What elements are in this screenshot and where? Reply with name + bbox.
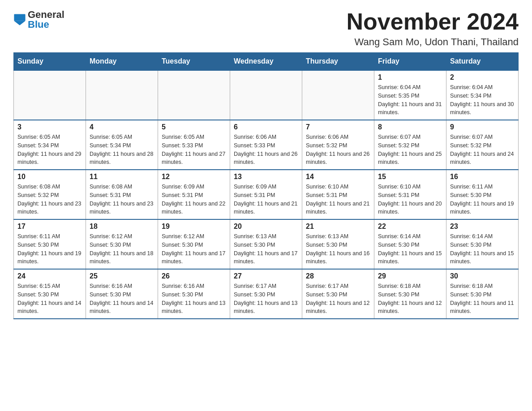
day-info: Sunrise: 6:09 AMSunset: 5:31 PMDaylight:…	[234, 183, 298, 216]
day-number: 11	[90, 173, 154, 181]
logo-icon	[13, 13, 26, 26]
location-subtitle: Wang Sam Mo, Udon Thani, Thailand	[347, 36, 519, 48]
calendar-week-5: 24Sunrise: 6:15 AMSunset: 5:30 PMDayligh…	[14, 269, 519, 319]
svg-rect-0	[14, 14, 25, 21]
calendar-week-3: 10Sunrise: 6:08 AMSunset: 5:32 PMDayligh…	[14, 170, 519, 219]
day-number: 6	[234, 123, 298, 131]
calendar-cell: 2Sunrise: 6:04 AMSunset: 5:34 PMDaylight…	[446, 70, 519, 120]
day-info: Sunrise: 6:10 AMSunset: 5:31 PMDaylight:…	[306, 183, 370, 216]
calendar-cell: 23Sunrise: 6:14 AMSunset: 5:30 PMDayligh…	[446, 219, 519, 269]
day-number: 1	[378, 73, 442, 81]
day-number: 19	[162, 223, 226, 231]
calendar-cell: 16Sunrise: 6:11 AMSunset: 5:30 PMDayligh…	[446, 170, 519, 219]
calendar-cell: 24Sunrise: 6:15 AMSunset: 5:30 PMDayligh…	[14, 269, 86, 319]
day-number: 27	[234, 272, 298, 280]
calendar-cell: 4Sunrise: 6:05 AMSunset: 5:34 PMDaylight…	[86, 120, 158, 170]
day-info: Sunrise: 6:10 AMSunset: 5:31 PMDaylight:…	[378, 183, 442, 216]
day-info: Sunrise: 6:12 AMSunset: 5:30 PMDaylight:…	[162, 232, 226, 266]
calendar-cell: 8Sunrise: 6:07 AMSunset: 5:32 PMDaylight…	[374, 120, 446, 170]
calendar-cell: 1Sunrise: 6:04 AMSunset: 5:35 PMDaylight…	[374, 70, 446, 120]
calendar-week-1: 1Sunrise: 6:04 AMSunset: 5:35 PMDaylight…	[14, 70, 519, 120]
day-info: Sunrise: 6:06 AMSunset: 5:33 PMDaylight:…	[234, 133, 298, 167]
day-info: Sunrise: 6:15 AMSunset: 5:30 PMDaylight:…	[17, 282, 82, 316]
day-info: Sunrise: 6:08 AMSunset: 5:32 PMDaylight:…	[17, 183, 82, 216]
calendar-cell: 10Sunrise: 6:08 AMSunset: 5:32 PMDayligh…	[14, 170, 86, 219]
calendar-header-row: SundayMondayTuesdayWednesdayThursdayFrid…	[14, 53, 519, 71]
day-info: Sunrise: 6:12 AMSunset: 5:30 PMDaylight:…	[90, 232, 154, 266]
calendar-cell: 7Sunrise: 6:06 AMSunset: 5:32 PMDaylight…	[302, 120, 374, 170]
calendar-cell: 18Sunrise: 6:12 AMSunset: 5:30 PMDayligh…	[86, 219, 158, 269]
day-info: Sunrise: 6:17 AMSunset: 5:30 PMDaylight:…	[306, 282, 370, 316]
day-info: Sunrise: 6:04 AMSunset: 5:35 PMDaylight:…	[378, 83, 442, 117]
calendar-cell: 27Sunrise: 6:17 AMSunset: 5:30 PMDayligh…	[230, 269, 302, 319]
day-info: Sunrise: 6:04 AMSunset: 5:34 PMDaylight:…	[450, 83, 515, 117]
calendar-cell: 12Sunrise: 6:09 AMSunset: 5:31 PMDayligh…	[158, 170, 230, 219]
day-info: Sunrise: 6:05 AMSunset: 5:34 PMDaylight:…	[90, 133, 154, 167]
weekday-header-thursday: Thursday	[302, 53, 374, 71]
title-area: November 2024 Wang Sam Mo, Udon Thani, T…	[347, 9, 519, 48]
day-info: Sunrise: 6:13 AMSunset: 5:30 PMDaylight:…	[234, 232, 298, 266]
calendar-cell: 9Sunrise: 6:07 AMSunset: 5:32 PMDaylight…	[446, 120, 519, 170]
day-number: 15	[378, 173, 442, 181]
day-number: 24	[17, 272, 82, 280]
weekday-header-monday: Monday	[86, 53, 158, 71]
day-number: 16	[450, 173, 515, 181]
logo-text: GeneralBlue	[28, 9, 64, 30]
month-title: November 2024	[347, 9, 519, 34]
day-number: 20	[234, 223, 298, 231]
day-info: Sunrise: 6:14 AMSunset: 5:30 PMDaylight:…	[378, 232, 442, 266]
day-number: 25	[90, 272, 154, 280]
day-number: 21	[306, 223, 370, 231]
svg-marker-1	[14, 21, 25, 26]
weekday-header-wednesday: Wednesday	[230, 53, 302, 71]
day-number: 30	[450, 272, 515, 280]
weekday-header-saturday: Saturday	[446, 53, 519, 71]
calendar-cell: 6Sunrise: 6:06 AMSunset: 5:33 PMDaylight…	[230, 120, 302, 170]
day-info: Sunrise: 6:05 AMSunset: 5:33 PMDaylight:…	[162, 133, 226, 167]
weekday-header-sunday: Sunday	[14, 53, 86, 71]
calendar-week-2: 3Sunrise: 6:05 AMSunset: 5:34 PMDaylight…	[14, 120, 519, 170]
calendar-cell: 30Sunrise: 6:18 AMSunset: 5:30 PMDayligh…	[446, 269, 519, 319]
day-number: 9	[450, 123, 515, 131]
day-number: 13	[234, 173, 298, 181]
calendar-cell: 5Sunrise: 6:05 AMSunset: 5:33 PMDaylight…	[158, 120, 230, 170]
calendar-cell: 14Sunrise: 6:10 AMSunset: 5:31 PMDayligh…	[302, 170, 374, 219]
calendar-cell: 25Sunrise: 6:16 AMSunset: 5:30 PMDayligh…	[86, 269, 158, 319]
calendar-cell	[302, 70, 374, 120]
day-number: 8	[378, 123, 442, 131]
day-info: Sunrise: 6:07 AMSunset: 5:32 PMDaylight:…	[450, 133, 515, 167]
calendar-cell: 28Sunrise: 6:17 AMSunset: 5:30 PMDayligh…	[302, 269, 374, 319]
calendar-cell	[230, 70, 302, 120]
day-info: Sunrise: 6:14 AMSunset: 5:30 PMDaylight:…	[450, 232, 515, 266]
day-number: 28	[306, 272, 370, 280]
calendar-cell: 11Sunrise: 6:08 AMSunset: 5:31 PMDayligh…	[86, 170, 158, 219]
day-number: 23	[450, 223, 515, 231]
calendar-cell	[158, 70, 230, 120]
calendar-cell: 15Sunrise: 6:10 AMSunset: 5:31 PMDayligh…	[374, 170, 446, 219]
calendar-cell: 19Sunrise: 6:12 AMSunset: 5:30 PMDayligh…	[158, 219, 230, 269]
calendar-cell: 3Sunrise: 6:05 AMSunset: 5:34 PMDaylight…	[14, 120, 86, 170]
calendar-week-4: 17Sunrise: 6:11 AMSunset: 5:30 PMDayligh…	[14, 219, 519, 269]
day-number: 29	[378, 272, 442, 280]
calendar-cell: 22Sunrise: 6:14 AMSunset: 5:30 PMDayligh…	[374, 219, 446, 269]
day-info: Sunrise: 6:09 AMSunset: 5:31 PMDaylight:…	[162, 183, 226, 216]
day-number: 7	[306, 123, 370, 131]
day-info: Sunrise: 6:11 AMSunset: 5:30 PMDaylight:…	[450, 183, 515, 216]
calendar-table: SundayMondayTuesdayWednesdayThursdayFrid…	[13, 52, 519, 319]
day-number: 26	[162, 272, 226, 280]
calendar-cell: 13Sunrise: 6:09 AMSunset: 5:31 PMDayligh…	[230, 170, 302, 219]
calendar-cell: 26Sunrise: 6:16 AMSunset: 5:30 PMDayligh…	[158, 269, 230, 319]
day-info: Sunrise: 6:11 AMSunset: 5:30 PMDaylight:…	[17, 232, 82, 266]
calendar-cell	[14, 70, 86, 120]
day-number: 2	[450, 73, 515, 81]
weekday-header-tuesday: Tuesday	[158, 53, 230, 71]
day-number: 10	[17, 173, 82, 181]
day-number: 5	[162, 123, 226, 131]
calendar-cell: 29Sunrise: 6:18 AMSunset: 5:30 PMDayligh…	[374, 269, 446, 319]
calendar-cell: 21Sunrise: 6:13 AMSunset: 5:30 PMDayligh…	[302, 219, 374, 269]
day-info: Sunrise: 6:06 AMSunset: 5:32 PMDaylight:…	[306, 133, 370, 167]
day-info: Sunrise: 6:17 AMSunset: 5:30 PMDaylight:…	[234, 282, 298, 316]
day-info: Sunrise: 6:13 AMSunset: 5:30 PMDaylight:…	[306, 232, 370, 266]
day-number: 18	[90, 223, 154, 231]
calendar-cell: 17Sunrise: 6:11 AMSunset: 5:30 PMDayligh…	[14, 219, 86, 269]
